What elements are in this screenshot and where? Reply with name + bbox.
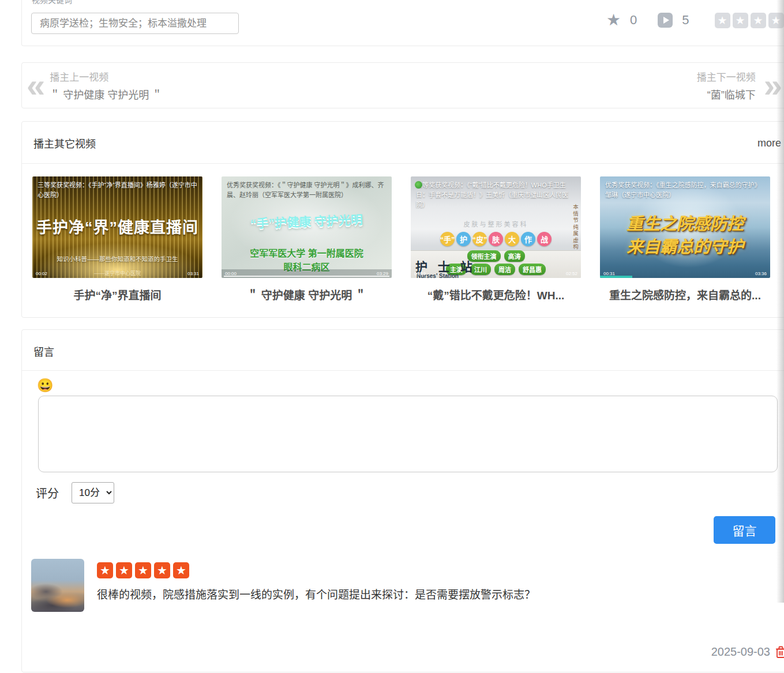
time-total: 03:36 [755,271,767,276]
comment-rating-stars: ★ ★ ★ ★ ★ [97,562,535,578]
time-total: 02:52 [566,271,577,276]
comment-text: 很棒的视频，院感措施落实到一线的实例，有个问题提出来探讨：是否需要摆放警示标志？ [97,586,535,601]
other-videos-card: 播主其它视频 more 三等奖获奖视频：《手护“净”界直播间》杨雅婷（遂宁市中心… [21,121,784,318]
comments-card: 留言 😀 评分 10分 留言 ★ ★ ★ ★ ★ 很棒的视频，院感措施落实到一线… [21,329,784,672]
emoji-picker-icon[interactable]: 😀 [37,378,54,393]
thumbnail-caption: 二等奖获奖视频：《“戴”错比不戴更危险！WHO手卫生日：手套不是万能盾！》王美忻… [411,176,581,210]
star-icon: ★ [135,562,151,578]
time-current: 00:31 [603,271,615,276]
star-icon: ★ [173,562,189,578]
favorite-count: 0 [630,13,637,28]
video-item: 优秀奖获奖视频：《重生之院感防控，来自霸总的守护》邹琳（遂宁市中心医院） 重生之… [600,176,770,302]
thumbnail-main-text: 手护净“界”健康直播间 [32,215,202,238]
video-title-link[interactable]: “戴”错比不戴更危险！WH... [411,287,581,302]
keywords-box: 病原学送检；生物安全；标本溢撒处理 [31,13,239,34]
rating-star-icon[interactable]: ★ [733,13,748,28]
time-current: 00:03 [414,271,426,276]
video-title-link[interactable]: 重生之院感防控，来自霸总的... [600,287,770,302]
video-thumbnails-row: 三等奖获奖视频：《手护“净”界直播间》杨雅婷（遂宁市中心医院） 手护净“界”健康… [22,164,784,302]
star-icon: ★ [154,562,170,578]
rating-star-icon[interactable]: ★ [751,13,766,28]
time-total: 03:29 [377,271,388,276]
rating-star-icon[interactable]: ★ [715,13,730,28]
video-stats: ★ 0 5 ★ ★ ★ ★ ★ [606,12,784,29]
thumbnail-main-text-line1: 重生之院感防控 [600,210,770,234]
video-thumbnail-1[interactable]: 三等奖获奖视频：《手护“净”界直播间》杨雅婷（遂宁市中心医院） 手护净“界”健康… [32,176,202,278]
rating-star-icon[interactable]: ★ [768,13,784,28]
comment-date: 2025-09-03 [711,645,770,659]
star-icon: ★ [97,562,113,578]
prev-next-nav-card: « 播主上一视频 ＂ 守护健康 守护光明 ＂ 播主下一视频 “菌”临城下 » [21,62,784,108]
rating-select[interactable]: 10分 [72,482,114,503]
next-video-label: 播主下一视频 [697,69,756,84]
thumbnail-line1: 空军军医大学 第一附属医院 [222,246,392,260]
favorite-star-icon[interactable]: ★ [606,12,621,29]
video-thumbnail-3[interactable]: 二等奖获奖视频：《“戴”错比不戴更危险！WHO手卫生日：手套不是万能盾！》王美忻… [411,176,581,278]
thumbnail-main-text-line2: 来自霸总的守护 [600,233,770,257]
thumbnail-caption: 优秀奖获奖视频：《重生之院感防控，来自霸总的守护》邹琳（遂宁市中心医院） [600,176,770,200]
chevron-right-icon: » [764,69,779,102]
chevron-left-icon: « [27,69,42,102]
video-thumbnail-4[interactable]: 优秀奖获奖视频：《重生之院感防控，来自霸总的守护》邹琳（遂宁市中心医院） 重生之… [600,176,770,278]
wall-sign-text: 皮肤与整形美容科 [411,219,581,228]
prev-video-link[interactable]: « 播主上一视频 ＂ 守护健康 守护光明 ＂ [27,69,170,102]
disclaimer-text: 本情节纯属虚构 [571,204,579,251]
video-title-link[interactable]: ＂ 守护健康 守护光明 ＂ [222,287,392,302]
play-count: 5 [682,13,689,28]
clipped-section-label: 视频关键词 [32,0,72,4]
time-current: 00:00 [225,271,237,276]
time-total: 03:31 [187,271,199,276]
submit-comment-button[interactable]: 留言 [714,516,775,544]
more-link[interactable]: more [757,137,781,149]
play-count-icon [658,13,673,28]
time-current: 00:02 [36,271,47,276]
next-video-link[interactable]: 播主下一视频 “菌”临城下 » [689,69,779,102]
prev-video-label: 播主上一视频 [50,69,162,84]
thumbnail-caption: 优秀奖获奖视频：《＂守护健康 守护光明＂》成利娜、齐晨、赵玲丽（空军军医大学第一… [222,176,392,200]
trash-icon[interactable] [775,645,784,659]
avatar [31,559,84,612]
video-item: 优秀奖获奖视频：《＂守护健康 守护光明＂》成利娜、齐晨、赵玲丽（空军军医大学第一… [222,176,392,302]
video-thumbnail-2[interactable]: 优秀奖获奖视频：《＂守护健康 守护光明＂》成利娜、齐晨、赵玲丽（空军军医大学第一… [222,176,392,278]
video-title-link[interactable]: 手护“净”界直播间 [32,287,202,302]
video-keywords-card: 视频关键词 病原学送检；生物安全；标本溢撒处理 ★ 0 5 ★ ★ ★ ★ ★ [21,0,784,46]
bubble-title: “手” 护 “皮” 肤 大 作 战 [411,232,581,246]
video-item: 二等奖获奖视频：《“戴”错比不戴更危险！WHO手卫生日：手套不是万能盾！》王美忻… [411,176,581,302]
prev-video-title[interactable]: ＂ 守护健康 守护光明 ＂ [50,87,162,101]
rating-stars[interactable]: ★ ★ ★ ★ ★ [715,13,784,28]
star-icon: ★ [116,562,132,578]
comments-header: 留言 [22,330,784,371]
other-videos-header: 播主其它视频 [33,136,96,151]
next-video-title[interactable]: “菌”临城下 [707,87,756,101]
rating-label: 评分 [36,484,59,501]
award-badge-icon [415,181,422,189]
thumbnail-sub-text: 知识小科普——那些你知道和不知道的手卫生 [32,254,202,263]
video-item: 三等奖获奖视频：《手护“净”界直播间》杨雅婷（遂宁市中心医院） 手护净“界”健康… [32,176,202,302]
comment-input[interactable] [38,396,778,472]
comment-item: ★ ★ ★ ★ ★ 很棒的视频，院感措施落实到一线的实例，有个问题提出来探讨：是… [31,559,778,612]
thumbnail-caption: 三等奖获奖视频：《手护“净”界直播间》杨雅婷（遂宁市中心医院） [32,176,202,200]
thumbnail-main-text: “手”护健康 守护光明 [222,209,392,232]
